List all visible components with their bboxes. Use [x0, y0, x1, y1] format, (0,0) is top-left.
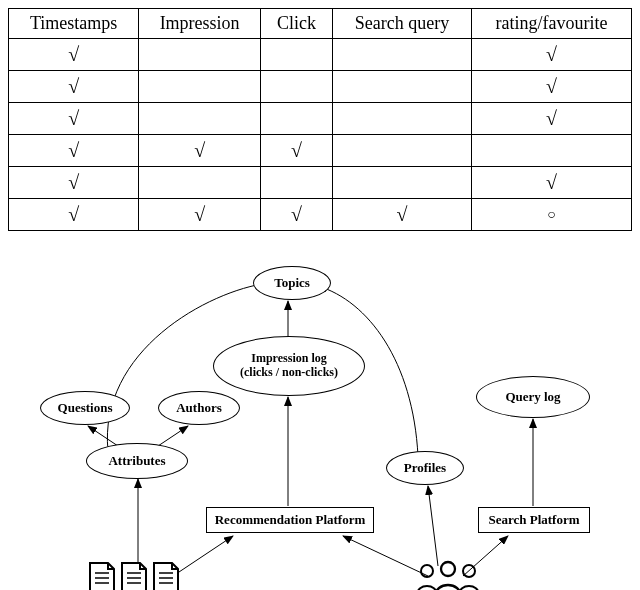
label: Profiles — [404, 461, 446, 476]
cell-0-4: √ — [472, 39, 632, 71]
label: Attributes — [108, 454, 165, 469]
col-header-4: rating/favourite — [472, 9, 632, 39]
col-header-3: Search query — [333, 9, 472, 39]
cell-5-0: √ — [9, 199, 139, 231]
cell-4-3 — [333, 167, 472, 199]
svg-point-10 — [441, 562, 455, 576]
cell-1-3 — [333, 71, 472, 103]
table-row: √√√ — [9, 135, 632, 167]
label: Topics — [274, 276, 310, 291]
cell-3-1: √ — [139, 135, 261, 167]
cell-4-0: √ — [9, 167, 139, 199]
node-impression-log: Impression log (clicks / non-clicks) — [213, 336, 365, 396]
answers-icons — [88, 561, 188, 590]
cell-1-0: √ — [9, 71, 139, 103]
cell-2-4: √ — [472, 103, 632, 135]
table-row: √√ — [9, 39, 632, 71]
label: Questions — [58, 401, 113, 416]
table-row: √√ — [9, 167, 632, 199]
cell-3-2: √ — [260, 135, 332, 167]
node-profiles: Profiles — [386, 451, 464, 485]
architecture-diagram: Topics Impression log (clicks / non-clic… — [8, 261, 632, 590]
node-authors: Authors — [158, 391, 240, 425]
cell-1-1 — [139, 71, 261, 103]
cell-0-2 — [260, 39, 332, 71]
cell-2-0: √ — [9, 103, 139, 135]
table-row: √√ — [9, 103, 632, 135]
svg-point-9 — [421, 565, 433, 577]
cell-4-2 — [260, 167, 332, 199]
cell-0-0: √ — [9, 39, 139, 71]
label: Impression log (clicks / non-clicks) — [240, 352, 338, 380]
col-header-1: Impression — [139, 9, 261, 39]
cell-1-2 — [260, 71, 332, 103]
cell-2-1 — [139, 103, 261, 135]
svg-point-11 — [463, 565, 475, 577]
cell-5-3: √ — [333, 199, 472, 231]
cell-3-0: √ — [9, 135, 139, 167]
users-icons — [413, 559, 483, 590]
node-topics: Topics — [253, 266, 331, 300]
label: Query log — [505, 390, 560, 405]
cell-3-3 — [333, 135, 472, 167]
cell-5-2: √ — [260, 199, 332, 231]
cell-1-4: √ — [472, 71, 632, 103]
col-header-2: Click — [260, 9, 332, 39]
node-query-log: Query log — [476, 376, 590, 418]
arrows-layer — [8, 261, 632, 590]
node-attributes: Attributes — [86, 443, 188, 479]
label: Recommendation Platform — [215, 512, 366, 528]
label: Authors — [176, 401, 222, 416]
cell-3-4 — [472, 135, 632, 167]
cell-2-2 — [260, 103, 332, 135]
cell-5-4: ○ — [472, 199, 632, 231]
cell-0-3 — [333, 39, 472, 71]
cell-2-3 — [333, 103, 472, 135]
cell-4-1 — [139, 167, 261, 199]
label: Search Platform — [488, 512, 579, 528]
col-header-0: Timestamps — [9, 9, 139, 39]
table-row: √√ — [9, 71, 632, 103]
cell-5-1: √ — [139, 199, 261, 231]
data-table: TimestampsImpressionClickSearch queryrat… — [8, 8, 632, 231]
table-row: √√√√○ — [9, 199, 632, 231]
cell-4-4: √ — [472, 167, 632, 199]
node-questions: Questions — [40, 391, 130, 425]
node-recommendation-platform: Recommendation Platform — [206, 507, 374, 533]
node-search-platform: Search Platform — [478, 507, 590, 533]
cell-0-1 — [139, 39, 261, 71]
